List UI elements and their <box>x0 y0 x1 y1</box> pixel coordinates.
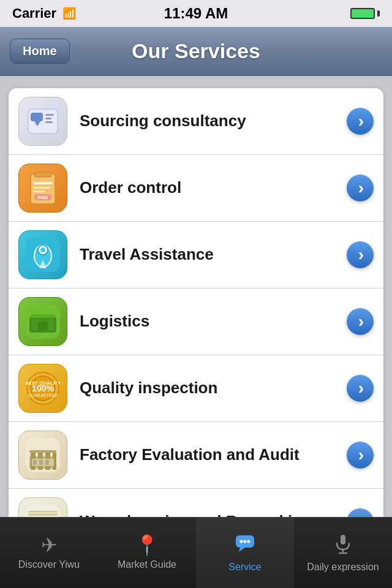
chevron-button[interactable] <box>347 241 374 268</box>
service-label: Sourcing consultancy <box>80 111 339 132</box>
svg-rect-0 <box>28 109 58 134</box>
svg-point-51 <box>247 540 251 543</box>
svg-rect-9 <box>33 187 50 189</box>
tab-label: Daily expression <box>307 561 379 573</box>
chevron-button[interactable] <box>347 108 374 135</box>
battery-body <box>350 8 375 19</box>
service-label: Quality inspection <box>80 378 339 399</box>
svg-text:GUARANTEED: GUARANTEED <box>28 393 58 398</box>
service-label: Logistics <box>80 311 339 332</box>
tab-daily[interactable]: Daily expression <box>294 518 392 588</box>
list-item[interactable]: Logistics <box>9 288 383 355</box>
tab-label: Service <box>228 561 261 573</box>
plane-icon: ✈ <box>41 535 58 555</box>
status-left: Carrier 📶 <box>12 6 76 21</box>
chevron-button[interactable] <box>347 308 374 335</box>
service-label: Factory Evaluation and Audit <box>80 445 339 466</box>
list-item[interactable]: PAID Order control <box>9 155 383 222</box>
travel-icon <box>18 230 67 279</box>
status-time: 11:49 AM <box>164 5 228 22</box>
chevron-button[interactable] <box>347 442 374 469</box>
svg-rect-43 <box>28 512 58 514</box>
svg-rect-52 <box>341 535 345 545</box>
svg-point-16 <box>40 247 45 252</box>
svg-rect-39 <box>45 460 49 465</box>
service-label: Wareshousing and Re-packing <box>80 511 339 517</box>
page-title: Our Services <box>132 39 260 63</box>
svg-rect-5 <box>45 121 53 123</box>
list-item[interactable]: Travel Assistance <box>9 222 383 288</box>
tab-bar: ✈ Discover Yiwu 📍 Market Guide Service <box>0 517 392 588</box>
svg-rect-1 <box>31 113 43 121</box>
chevron-button[interactable] <box>347 175 374 202</box>
svg-rect-3 <box>45 114 54 116</box>
sourcing-icon <box>18 97 67 146</box>
svg-rect-4 <box>45 118 51 119</box>
svg-rect-8 <box>33 182 53 184</box>
chat-icon <box>234 532 256 557</box>
list-item[interactable]: Sourcing consultancy <box>9 88 383 155</box>
tab-label: Discover Yiwu <box>18 559 80 570</box>
svg-rect-38 <box>39 460 43 465</box>
mic-icon <box>332 532 354 557</box>
svg-rect-7 <box>34 172 51 177</box>
svg-text:PAID: PAID <box>38 195 48 200</box>
svg-point-50 <box>244 540 247 543</box>
svg-rect-10 <box>33 190 45 192</box>
svg-marker-48 <box>239 548 245 552</box>
logistics-icon <box>18 297 67 346</box>
list-item[interactable]: TO: 123 ADDRESS Wareshousing and Re-pack… <box>9 489 383 517</box>
svg-rect-37 <box>33 460 37 465</box>
service-label: Travel Assistance <box>80 244 339 265</box>
home-button[interactable]: Home <box>10 39 70 64</box>
svg-rect-35 <box>29 450 56 453</box>
chevron-button[interactable] <box>347 375 374 402</box>
tab-discover[interactable]: ✈ Discover Yiwu <box>0 518 98 588</box>
carrier-label: Carrier <box>12 6 56 21</box>
nav-bar: Home Our Services <box>0 27 392 76</box>
warehouse-icon: TO: 123 ADDRESS <box>18 497 67 517</box>
factory-icon <box>18 431 67 480</box>
service-label: Order control <box>80 178 339 198</box>
marker-icon: 📍 <box>135 535 159 555</box>
battery-tip <box>377 10 380 17</box>
main-content: Sourcing consultancy PAID Order control <box>0 76 392 517</box>
chevron-button[interactable] <box>347 508 374 517</box>
battery-icon <box>350 8 380 19</box>
wifi-icon: 📶 <box>62 7 76 20</box>
svg-text:100%: 100% <box>32 383 54 393</box>
tab-service[interactable]: Service <box>196 518 294 588</box>
status-bar: Carrier 📶 11:49 AM <box>0 0 392 27</box>
tab-label: Market Guide <box>118 559 176 570</box>
svg-rect-22 <box>38 322 48 330</box>
svg-point-49 <box>240 540 243 543</box>
svg-rect-23 <box>31 314 55 318</box>
quality-icon: BEST QUALITY 100% GUARANTEED <box>18 364 67 413</box>
tab-market[interactable]: 📍 Market Guide <box>98 518 196 588</box>
order-icon: PAID <box>18 164 67 213</box>
list-item[interactable]: BEST QUALITY 100% GUARANTEED Quality ins… <box>9 355 383 422</box>
services-list: Sourcing consultancy PAID Order control <box>9 88 383 517</box>
list-item[interactable]: Factory Evaluation and Audit <box>9 422 383 489</box>
